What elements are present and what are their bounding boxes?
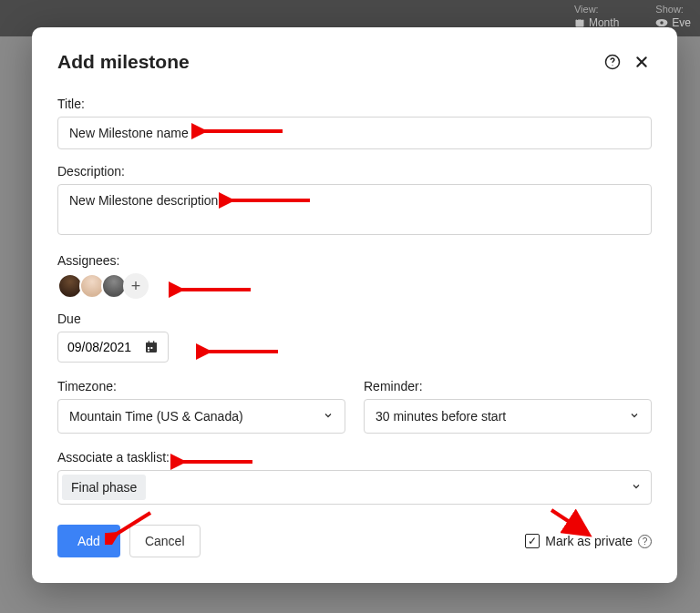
reminder-value: 30 minutes before start (376, 409, 506, 424)
description-label: Description: (57, 164, 652, 179)
title-input[interactable] (57, 117, 652, 149)
cancel-button[interactable]: Cancel (129, 525, 201, 557)
due-date-value: 09/08/2021 (67, 340, 131, 354)
svg-rect-11 (149, 341, 149, 343)
svg-point-4 (661, 21, 664, 25)
mark-private-group[interactable]: ✓ Mark as private ? (525, 534, 652, 548)
reminder-select[interactable]: 30 minutes before start (364, 399, 652, 434)
modal-footer: Add Cancel ✓ Mark as private ? (57, 525, 652, 557)
timezone-select[interactable]: Mountain Time (US & Canada) (57, 399, 345, 434)
due-date-input[interactable]: 09/08/2021 (57, 332, 169, 363)
mark-private-label: Mark as private (545, 534, 633, 548)
svg-rect-0 (575, 20, 583, 27)
assignees-label: Assignees: (57, 253, 652, 268)
help-button[interactable] (602, 52, 623, 72)
svg-rect-1 (577, 18, 578, 20)
help-icon[interactable]: ? (638, 535, 652, 548)
reminder-label: Reminder: (364, 379, 652, 393)
eye-icon (655, 18, 668, 27)
svg-rect-10 (146, 342, 157, 345)
close-icon (634, 55, 649, 69)
svg-rect-12 (153, 341, 154, 343)
svg-point-6 (612, 65, 612, 66)
modal-title: Add milestone (57, 51, 602, 73)
timezone-value: Mountain Time (US & Canada) (69, 409, 243, 424)
chevron-down-icon (323, 409, 334, 424)
tasklist-select[interactable]: Final phase (57, 470, 652, 505)
svg-rect-2 (582, 18, 582, 20)
add-assignee-button[interactable]: + (123, 273, 149, 299)
close-button[interactable] (632, 52, 652, 72)
title-label: Title: (57, 97, 652, 111)
description-input[interactable] (57, 184, 652, 235)
view-label: View: (574, 4, 619, 15)
calendar-icon (144, 340, 159, 354)
checkbox-icon: ✓ (525, 534, 540, 548)
svg-rect-14 (150, 347, 152, 349)
chevron-down-icon (629, 409, 640, 424)
modal-header: Add milestone (57, 51, 652, 73)
chevron-down-icon (631, 479, 642, 496)
timezone-label: Timezone: (57, 379, 345, 393)
svg-rect-13 (148, 347, 149, 349)
svg-rect-15 (148, 350, 149, 352)
associate-tasklist-label: Associate a tasklist: (57, 450, 652, 465)
assignees-row: + (57, 273, 652, 299)
plus-icon: + (131, 277, 141, 296)
tasklist-chip: Final phase (62, 475, 146, 500)
add-button[interactable]: Add (57, 525, 120, 557)
add-milestone-modal: Add milestone Title: Description: Assign… (32, 27, 677, 583)
due-label: Due (57, 312, 652, 326)
show-label: Show: (655, 4, 691, 15)
